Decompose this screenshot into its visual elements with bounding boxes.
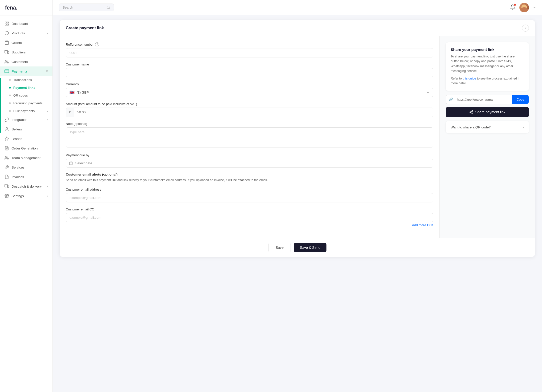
link-copy-row: 🔗 https://app.fena.com/r/mw Copy	[446, 95, 529, 104]
sidebar-item-brands[interactable]: Brands	[0, 134, 52, 143]
save-button[interactable]: Save	[268, 243, 291, 252]
notification-badge	[514, 4, 516, 6]
amount-prefix: £	[66, 108, 74, 117]
file-text-icon	[5, 146, 9, 150]
sidebar-label-suppliers: Suppliers	[12, 50, 26, 54]
sidebar-label-services: Services	[12, 166, 25, 169]
help-icon[interactable]: ?	[95, 42, 99, 46]
topbar-right	[510, 3, 536, 12]
sidebar-item-invoices[interactable]: Invoices	[0, 172, 52, 182]
note-textarea[interactable]	[66, 127, 433, 147]
email-alerts-section: Customer email alerts (optional) Send an…	[66, 173, 433, 183]
active-dot-icon	[9, 87, 11, 89]
sidebar-label-products: Products	[12, 31, 25, 35]
qr-text: Want to share a QR code?	[451, 125, 491, 129]
sidebar-label-team-management: Team Management	[12, 156, 41, 160]
share-card: Share your payment link To share your pa…	[446, 42, 529, 91]
dot-icon	[9, 110, 11, 112]
right-panel: Share your payment link To share your pa…	[440, 36, 535, 238]
sidebar: fena. Dashboard Products › Orders	[0, 0, 53, 392]
sidebar-item-order-generation[interactable]: Order Genetation	[0, 143, 52, 153]
sidebar-subitem-transactions[interactable]: Transactions	[9, 76, 52, 84]
sidebar-sublabel-transactions: Transactions	[13, 78, 32, 82]
sidebar-item-payments[interactable]: Payments ∨	[0, 66, 52, 76]
reference-input[interactable]	[66, 48, 433, 57]
svg-rect-24	[70, 162, 72, 165]
link-icon	[5, 117, 9, 122]
sidebar-sublabel-bulk-payments: Bulk payments	[13, 109, 35, 113]
svg-line-32	[471, 111, 472, 112]
guide-link[interactable]: this guide	[463, 77, 476, 80]
sidebar-item-sellers[interactable]: Sellers	[0, 124, 52, 134]
note-label: Note (optional)	[66, 122, 433, 126]
modal-body: Refference number ? Customer name	[60, 36, 535, 238]
svg-rect-10	[5, 70, 9, 73]
svg-rect-17	[5, 185, 8, 187]
sidebar-item-dashboard[interactable]: Dashboard	[0, 19, 52, 28]
email-address-group: Customer email address	[66, 188, 433, 202]
avatar[interactable]	[519, 3, 529, 12]
chevron-right-icon: ›	[47, 110, 48, 113]
sidebar-item-suppliers[interactable]: Suppliers	[0, 47, 52, 57]
sidebar-item-products[interactable]: Products ›	[0, 28, 52, 38]
sidebar-label-dashboard: Dashboard	[12, 22, 28, 26]
qr-card[interactable]: Want to share a QR code? ›	[446, 121, 529, 133]
email-address-input[interactable]	[66, 193, 433, 202]
add-cc-link[interactable]: +Add more CCs	[66, 223, 433, 227]
sidebar-label-integration: Integration	[12, 118, 28, 122]
sidebar-item-services[interactable]: Services	[0, 163, 52, 172]
currency-select[interactable]: 🇬🇧 (£) GBP	[66, 88, 433, 97]
save-and-send-button[interactable]: Save & Send	[294, 243, 326, 252]
sidebar-item-team-management[interactable]: Team Management	[0, 153, 52, 163]
main-inner: Create payment link × Refference number …	[53, 15, 542, 262]
email-cc-input[interactable]	[66, 213, 433, 222]
search-input[interactable]	[62, 6, 105, 9]
chevron-right-icon: ›	[47, 185, 48, 188]
date-wrapper[interactable]	[66, 159, 433, 168]
modal-header: Create payment link ×	[60, 20, 535, 36]
currency-label: Currency	[66, 82, 433, 86]
sidebar-item-settings[interactable]: Settings ›	[0, 191, 52, 201]
sidebar-nav: Dashboard Products › Orders Suppliers Cu	[0, 16, 52, 392]
sidebar-item-customers[interactable]: Customers	[0, 57, 52, 66]
sidebar-label-order-generation: Order Genetation	[12, 146, 38, 150]
copy-button[interactable]: Copy	[512, 95, 529, 104]
sidebar-subitem-payment-links[interactable]: Payment links	[9, 84, 52, 92]
sidebar-subitem-qr-codes[interactable]: QR codes	[9, 92, 52, 99]
user-chevron-icon	[533, 6, 536, 9]
form-side: Refference number ? Customer name	[60, 36, 440, 238]
due-date-label: Payment due by	[66, 153, 433, 157]
amount-label: Amount (total amount to be paid inclusiv…	[66, 102, 433, 106]
email-alerts-desc: Send an email with this payment link and…	[66, 178, 433, 183]
logo-text: fena.	[5, 5, 17, 11]
amount-input[interactable]	[74, 108, 433, 117]
currency-left: 🇬🇧 (£) GBP	[70, 90, 89, 95]
sidebar-subitem-bulk-payments[interactable]: Bulk payments ›	[9, 107, 52, 115]
share-payment-link-button[interactable]: Share payment link	[446, 107, 529, 117]
truck-icon	[5, 50, 9, 54]
notification-button[interactable]	[510, 4, 515, 11]
close-button[interactable]: ×	[522, 25, 529, 32]
search-wrapper	[59, 4, 114, 11]
sidebar-item-orders[interactable]: Orders	[0, 38, 52, 47]
svg-point-16	[6, 156, 7, 158]
date-input[interactable]	[75, 161, 430, 165]
currency-group: Currency 🇬🇧 (£) GBP	[66, 82, 433, 97]
qr-code-section: Want to share a QR code? ›	[446, 121, 529, 133]
sidebar-label-invoices: Invoices	[12, 175, 24, 179]
modal-card: Create payment link × Refference number …	[60, 20, 535, 257]
avatar-image	[519, 3, 529, 12]
svg-point-19	[5, 187, 6, 188]
customer-name-group: Customer name	[66, 62, 433, 77]
sidebar-sublabel-qr-codes: QR codes	[13, 94, 28, 97]
sidebar-item-integration[interactable]: Integration ›	[0, 115, 52, 124]
main-content: Create payment link × Refference number …	[53, 15, 542, 392]
customer-name-input[interactable]	[66, 68, 433, 77]
qr-chevron-icon: ›	[523, 125, 524, 129]
chevron-right-icon: ›	[47, 118, 48, 121]
shopping-bag-icon	[5, 40, 9, 45]
file-icon	[5, 175, 9, 179]
sidebar-subitem-recurring-payments[interactable]: Recurring payments	[9, 99, 52, 107]
link-url: https://app.fena.com/r/mw	[456, 95, 512, 104]
sidebar-item-despatch-delivery[interactable]: Despatch & delivery ›	[0, 182, 52, 191]
